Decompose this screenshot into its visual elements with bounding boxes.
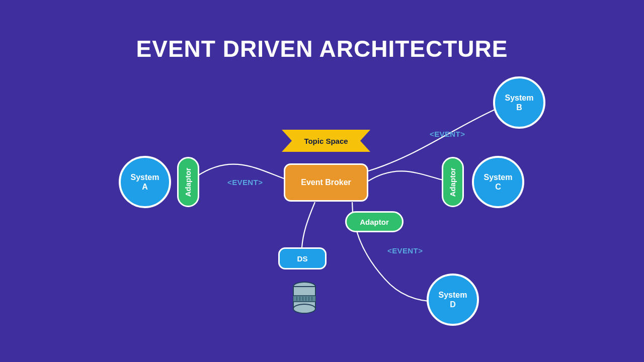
- node-topic-space-label: Topic Space: [304, 137, 348, 145]
- node-system-b: System B: [493, 76, 545, 129]
- node-system-d: System D: [427, 274, 479, 326]
- node-topic-space: Topic Space: [282, 130, 370, 152]
- adaptor-right: Adaptor: [442, 157, 464, 207]
- adaptor-right-label: Adaptor: [449, 167, 457, 197]
- node-system-c: System C: [472, 156, 524, 208]
- node-system-a-label: System A: [131, 172, 159, 192]
- diagram-title: EVENT DRIVEN ARCHITECTURE: [0, 35, 644, 62]
- adaptor-bottom-label: Adaptor: [360, 218, 389, 226]
- node-system-b-label: System B: [505, 93, 534, 112]
- adaptor-bottom: Adaptor: [345, 211, 404, 232]
- adaptor-left-label: Adaptor: [184, 167, 193, 197]
- adaptor-left: Adaptor: [177, 157, 199, 207]
- event-label-top-right: <EVENT>: [430, 130, 465, 138]
- event-label-left: <EVENT>: [227, 178, 263, 187]
- node-ds: DS: [278, 247, 327, 269]
- node-system-d-label: System D: [439, 290, 467, 309]
- node-system-a: System A: [119, 156, 171, 208]
- event-label-bottom-right: <EVENT>: [387, 246, 423, 255]
- node-system-c-label: System C: [484, 172, 513, 192]
- node-event-broker: Event Broker: [284, 163, 368, 202]
- database-icon: [292, 282, 317, 314]
- node-event-broker-label: Event Broker: [301, 178, 351, 187]
- node-ds-label: DS: [297, 254, 308, 263]
- svg-point-3: [293, 304, 315, 313]
